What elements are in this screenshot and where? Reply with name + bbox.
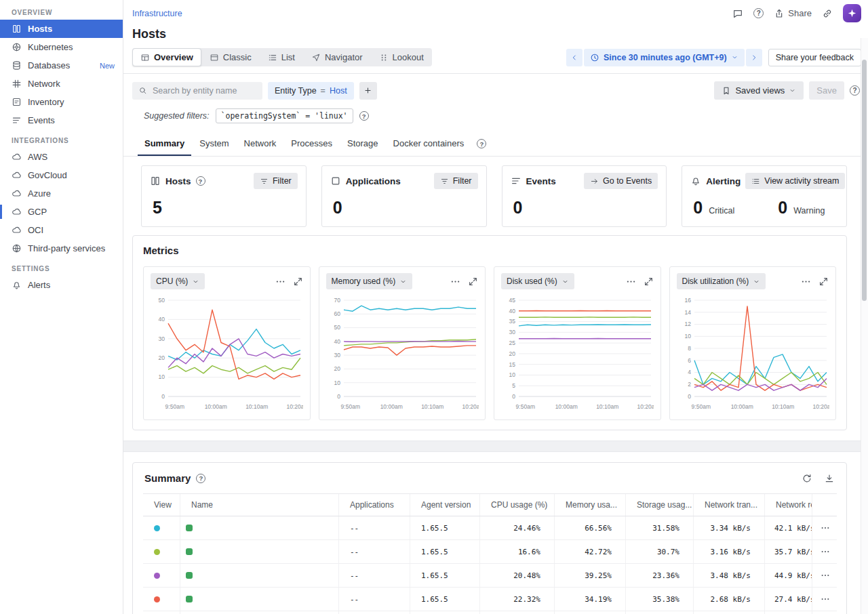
download-icon[interactable] — [824, 473, 835, 484]
time-back-button[interactable] — [566, 49, 583, 66]
stat-value: 5 — [153, 198, 162, 218]
vertical-scrollbar-thumb[interactable] — [862, 60, 867, 301]
row-actions-button[interactable] — [819, 569, 831, 581]
breadcrumb[interactable]: Infrastructure — [132, 9, 182, 18]
vertical-scrollbar[interactable] — [861, 38, 868, 614]
chevron-left-icon — [570, 54, 578, 62]
sidebar-item-aws[interactable]: AWS — [0, 148, 123, 166]
page-title: Hosts — [132, 27, 868, 41]
column-header-network-tran[interactable]: Network tran... — [694, 494, 765, 516]
help-icon[interactable] — [850, 85, 860, 96]
host-row[interactable]: --1.65.520.48%39.25%23.36%3.48 kB/s44.9 … — [143, 564, 837, 588]
lookout-icon — [379, 53, 389, 62]
tab-network[interactable]: Network — [237, 131, 283, 156]
more-options-icon[interactable] — [626, 277, 636, 287]
save-button[interactable]: Save — [809, 81, 844, 100]
sidebar-item-alerts[interactable]: Alerts — [0, 276, 123, 294]
metric-selector[interactable]: Memory used (%) — [326, 273, 413, 289]
help-icon[interactable] — [196, 474, 205, 483]
column-header-cpu-usage[interactable]: CPU usage (%) — [480, 494, 555, 516]
view-tab-classic[interactable]: Classic — [201, 48, 260, 66]
column-header-network-rece[interactable]: Network rece — [765, 494, 812, 516]
expand-icon[interactable] — [644, 277, 654, 287]
more-options-icon[interactable] — [275, 277, 285, 287]
sidebar-item-databases[interactable]: DatabasesNew — [0, 56, 123, 75]
row-actions-button[interactable] — [819, 522, 831, 534]
stat: 5 — [153, 198, 162, 218]
host-row[interactable]: --1.65.522.32%34.19%35.38%2.68 kB/s27.4 … — [143, 588, 837, 611]
sidebar-item-hosts[interactable]: Hosts — [0, 20, 123, 38]
sidebar-item-gcp[interactable]: GCP — [0, 203, 123, 221]
view-cell — [143, 611, 180, 614]
metric-selector[interactable]: Disk utilization (%) — [677, 273, 766, 289]
sidebar-item-oci[interactable]: OCI — [0, 221, 123, 239]
host-row[interactable]: --1.65.516.6%42.72%30.7%3.16 kB/s35.7 kB… — [143, 540, 837, 564]
more-options-icon[interactable] — [450, 277, 460, 287]
tab-processes[interactable]: Processes — [284, 131, 339, 156]
view-tab-lookout[interactable]: Lookout — [371, 48, 432, 66]
chevron-down-icon — [753, 278, 760, 285]
host-row[interactable]: --1.65.524.46%66.56%31.58%3.34 kB/s42.1 … — [143, 516, 837, 540]
card-action-filter[interactable]: Filter — [254, 173, 298, 189]
suggested-filter-chip[interactable]: `operatingSystem` = 'linux' — [216, 108, 353, 123]
metric-selector[interactable]: CPU (%) — [151, 273, 205, 289]
feedback-chat-button[interactable] — [732, 8, 743, 19]
share-button[interactable]: Share — [774, 8, 812, 19]
help-icon[interactable] — [477, 139, 486, 148]
tab-docker-containers[interactable]: Docker containers — [387, 131, 471, 156]
tab-system[interactable]: System — [193, 131, 235, 156]
sidebar-item-azure[interactable]: Azure — [0, 184, 123, 203]
inventory-icon — [12, 97, 22, 107]
view-tab-overview[interactable]: Overview — [132, 48, 201, 66]
card-action-go-to-events[interactable]: Go to Events — [584, 173, 658, 189]
metric-selector[interactable]: Disk used (%) — [501, 273, 574, 289]
row-actions-button[interactable] — [819, 593, 831, 605]
filter-icon — [440, 177, 449, 186]
saved-views-button[interactable]: Saved views — [714, 81, 804, 100]
cpu-usage-cell: 16.6% — [480, 540, 555, 563]
row-actions — [812, 540, 837, 563]
network-received-cell: 44.9 kB/s — [765, 564, 812, 587]
column-header-view[interactable]: View — [143, 494, 180, 516]
host-row[interactable]: --1.65.5----- — [143, 611, 837, 614]
tab-summary[interactable]: Summary — [138, 131, 191, 156]
time-controls: Since 30 minutes ago (GMT+9) Share your … — [566, 49, 861, 66]
column-header-agent-version[interactable]: Agent version — [410, 494, 480, 516]
column-header-applications[interactable]: Applications — [339, 494, 410, 516]
svg-text:30: 30 — [159, 335, 165, 342]
expand-icon[interactable] — [468, 277, 478, 287]
expand-icon[interactable] — [818, 277, 829, 287]
tab-storage[interactable]: Storage — [340, 131, 385, 156]
row-actions-button[interactable] — [819, 546, 831, 558]
card-action-filter[interactable]: Filter — [434, 173, 478, 189]
refresh-icon[interactable] — [802, 473, 812, 484]
sidebar-item-third-party-services[interactable]: Third-party services — [0, 239, 123, 258]
card-action-view-activity-stream[interactable]: View activity stream — [745, 173, 845, 189]
view-tab-navigator[interactable]: Navigator — [303, 48, 371, 66]
view-tab-list[interactable]: List — [260, 48, 303, 66]
share-feedback-button[interactable]: Share your feedback — [768, 49, 861, 66]
sidebar-item-inventory[interactable]: Inventory — [0, 93, 123, 111]
expand-icon[interactable] — [293, 277, 303, 287]
column-header-storage-usag[interactable]: Storage usag... — [626, 494, 694, 516]
search-input[interactable] — [151, 85, 256, 96]
time-forward-button[interactable] — [746, 49, 762, 66]
entity-type-filter-chip[interactable]: Entity Type = Host — [268, 82, 354, 100]
sidebar-item-govcloud[interactable]: GovCloud — [0, 166, 123, 184]
bits-ai-button[interactable] — [843, 4, 861, 22]
column-header-name[interactable]: Name — [180, 494, 339, 516]
sidebar-item-events[interactable]: Events — [0, 111, 123, 129]
help-icon[interactable] — [196, 176, 205, 186]
help-icon[interactable] — [359, 111, 369, 121]
sidebar-item-kubernetes[interactable]: Kubernetes — [0, 38, 123, 56]
entity-search[interactable] — [132, 82, 262, 100]
time-range-button[interactable]: Since 30 minutes ago (GMT+9) — [584, 49, 745, 66]
add-filter-button[interactable] — [359, 82, 377, 100]
sidebar-item-network[interactable]: Network — [0, 75, 123, 93]
more-options-icon[interactable] — [801, 277, 811, 287]
help-icon[interactable] — [753, 8, 764, 18]
column-header-memory-usa[interactable]: Memory usa... — [555, 494, 626, 516]
svg-text:20: 20 — [509, 350, 516, 357]
copy-link-button[interactable] — [822, 8, 833, 19]
sidebar-section-overview: OVERVIEW — [12, 9, 123, 16]
